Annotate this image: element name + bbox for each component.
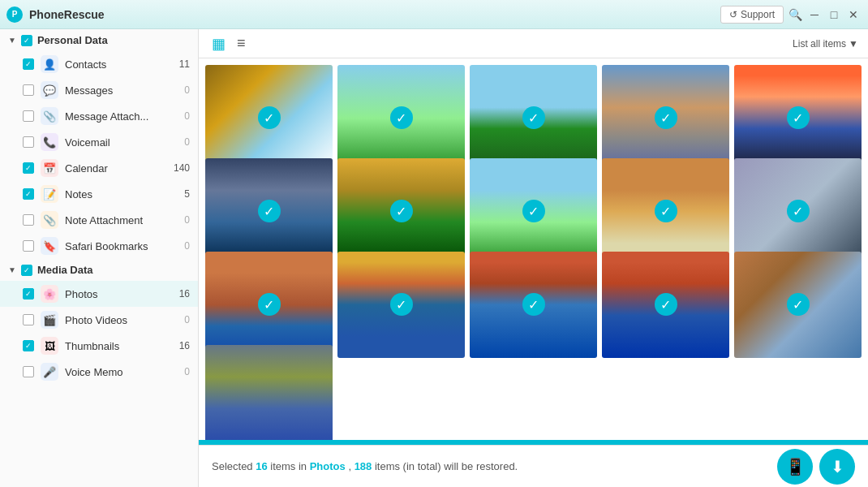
photo-cell[interactable]: ✓: [205, 158, 333, 265]
photo-check-icon: ✓: [390, 200, 413, 222]
contacts-label: Contacts: [65, 58, 173, 71]
voice-memo-checkbox[interactable]: [23, 366, 34, 377]
photo-cell[interactable]: ✓: [470, 65, 597, 171]
safari-bookmarks-count: 0: [184, 240, 190, 252]
photo-check-icon: ✓: [258, 293, 281, 316]
status-total-count: 188: [355, 460, 372, 472]
message-attach-checkbox[interactable]: [23, 110, 34, 122]
photo-grid[interactable]: ✓✓✓✓✓✓✓✓✓✓✓✓✓✓✓: [199, 58, 868, 440]
sidebar-item-notes[interactable]: 📝 Notes 5: [0, 181, 198, 207]
photo-cell[interactable]: ✓: [734, 252, 862, 358]
photo-cell[interactable]: ✓: [337, 158, 465, 265]
photo-cell[interactable]: [205, 345, 333, 440]
voicemail-checkbox[interactable]: [23, 136, 34, 148]
photo-check-icon: ✓: [390, 293, 413, 316]
status-suffix: items (in total) will be restored.: [375, 460, 518, 472]
maximize-button[interactable]: □: [826, 6, 842, 23]
media-data-section[interactable]: ▼ Media Data: [0, 259, 198, 281]
contacts-count: 11: [179, 58, 190, 70]
app-name: PhoneRescue: [29, 8, 105, 21]
sidebar-item-message-attach[interactable]: 📎 Message Attach... 0: [0, 103, 198, 129]
safari-bookmarks-checkbox[interactable]: [23, 240, 34, 252]
calendar-checkbox[interactable]: [23, 162, 34, 174]
notes-count: 5: [184, 188, 190, 200]
photo-cell[interactable]: ✓: [734, 65, 862, 171]
voicemail-icon: 📞: [41, 133, 58, 151]
sidebar-item-voice-memo[interactable]: 🎤 Voice Memo 0: [0, 359, 198, 385]
action-buttons: 📱 ⬇: [777, 449, 855, 485]
notes-checkbox[interactable]: [23, 188, 34, 200]
photo-cell[interactable]: ✓: [602, 65, 729, 171]
calendar-count: 140: [174, 162, 190, 174]
status-category: Photos: [310, 460, 346, 472]
photo-cell[interactable]: ✓: [337, 65, 465, 171]
sidebar-item-safari-bookmarks[interactable]: 🔖 Safari Bookmarks 0: [0, 233, 198, 259]
status-selected-count: 16: [256, 460, 267, 472]
minimize-button[interactable]: ─: [806, 6, 823, 23]
messages-checkbox[interactable]: [23, 84, 34, 96]
sidebar-item-calendar[interactable]: 📅 Calendar 140: [0, 155, 198, 181]
media-data-label: Media Data: [37, 264, 93, 276]
dropdown-icon: ▼: [849, 38, 858, 50]
photo-videos-label: Photo Videos: [65, 314, 178, 326]
sidebar-item-note-attachment[interactable]: 📎 Note Attachment 0: [0, 207, 198, 233]
photo-check-icon: ✓: [522, 293, 545, 316]
list-all-label: List all items: [793, 38, 846, 50]
photo-cell[interactable]: ✓: [602, 158, 729, 265]
photo-cell[interactable]: ✓: [470, 252, 597, 358]
sidebar-item-messages[interactable]: 💬 Messages 0: [0, 77, 198, 103]
photo-check-icon: ✓: [258, 106, 281, 129]
sidebar-item-thumbnails[interactable]: 🖼 Thumbnails 16: [0, 333, 198, 359]
photo-cell[interactable]: ✓: [205, 65, 333, 171]
photo-cell[interactable]: ✓: [734, 158, 862, 265]
photos-label: Photos: [65, 288, 173, 300]
photo-cell[interactable]: ✓: [337, 252, 465, 358]
messages-icon: 💬: [41, 81, 58, 99]
note-attachment-checkbox[interactable]: [23, 214, 34, 226]
search-button[interactable]: 🔍: [787, 6, 803, 23]
photo-check-icon: ✓: [390, 106, 413, 129]
thumbnails-checkbox[interactable]: [23, 340, 34, 351]
personal-data-section[interactable]: ▼ Personal Data: [0, 29, 198, 51]
support-button[interactable]: ↺ Support: [720, 6, 784, 24]
safari-bookmarks-label: Safari Bookmarks: [65, 240, 178, 252]
media-data-triangle: ▼: [8, 265, 16, 274]
photo-cell[interactable]: ✓: [205, 252, 333, 358]
photos-checkbox[interactable]: [23, 288, 34, 300]
photo-videos-count: 0: [184, 314, 190, 325]
photo-cell[interactable]: ✓: [470, 158, 597, 265]
photo-videos-checkbox[interactable]: [23, 314, 34, 325]
support-label: Support: [741, 9, 775, 20]
title-bar-left: P PhoneRescue: [6, 6, 105, 23]
grid-view-button[interactable]: ▦: [208, 33, 229, 54]
sidebar: ▼ Personal Data 👤 Contacts 11 💬 Messages…: [0, 29, 199, 487]
thumbnails-count: 16: [179, 340, 190, 351]
voice-memo-icon: 🎤: [41, 363, 58, 381]
export-button[interactable]: ⬇: [819, 449, 855, 485]
photo-check-icon: ✓: [522, 106, 545, 129]
photo-check-icon: ✓: [655, 106, 677, 129]
photo-background: [205, 345, 333, 440]
sidebar-item-voicemail[interactable]: 📞 Voicemail 0: [0, 129, 198, 155]
content-area: ▦ ≡ List all items ▼ ✓✓✓✓✓✓✓✓✓✓✓✓✓✓✓ Sel…: [199, 29, 868, 487]
sidebar-item-contacts[interactable]: 👤 Contacts 11: [0, 51, 198, 77]
restore-to-device-button[interactable]: 📱: [777, 449, 813, 485]
personal-data-label: Personal Data: [37, 34, 108, 46]
photo-cell[interactable]: ✓: [602, 252, 729, 358]
thumbnails-label: Thumbnails: [65, 340, 173, 352]
note-attachment-label: Note Attachment: [65, 214, 178, 226]
voice-memo-label: Voice Memo: [65, 366, 178, 378]
photo-check-icon: ✓: [787, 106, 810, 129]
support-icon: ↺: [729, 9, 737, 20]
contacts-checkbox[interactable]: [23, 58, 34, 70]
sidebar-item-photos[interactable]: 🌸 Photos 16: [0, 281, 198, 307]
close-button[interactable]: ✕: [845, 6, 862, 23]
note-attachment-icon: 📎: [41, 211, 58, 229]
status-comma: ,: [348, 460, 354, 472]
media-data-checkbox[interactable]: [21, 265, 32, 276]
list-all-button[interactable]: List all items ▼: [793, 38, 858, 50]
voice-memo-count: 0: [184, 366, 190, 377]
personal-data-checkbox[interactable]: [21, 35, 32, 46]
list-view-button[interactable]: ≡: [234, 33, 249, 54]
sidebar-item-photo-videos[interactable]: 🎬 Photo Videos 0: [0, 307, 198, 333]
